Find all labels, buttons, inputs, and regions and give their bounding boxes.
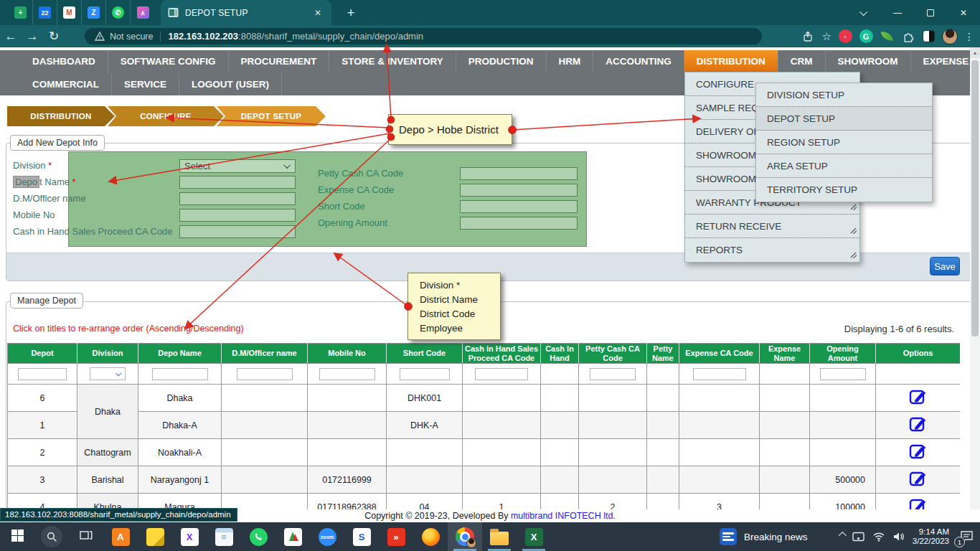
column-header-cash-in-hand-sales-proceed-ca-code[interactable]: Cash in Hand Sales Proceed CA Code: [463, 344, 541, 364]
taskbar-notepad-button[interactable]: ≡: [207, 522, 241, 551]
wireless-display-icon[interactable]: [852, 532, 864, 542]
cell-options[interactable]: [876, 412, 961, 439]
taskbar-zoom-button[interactable]: zoom: [310, 522, 344, 551]
minimize-button[interactable]: —: [881, 0, 914, 25]
tab-close-icon[interactable]: ✕: [311, 6, 324, 19]
breadcrumb-depot-setup[interactable]: DEPOT SETUP: [217, 106, 326, 126]
cell-options[interactable]: [876, 439, 961, 466]
nav-item-showroom[interactable]: SHOWROOM: [826, 50, 911, 73]
column-header-petty-name[interactable]: Petty Name: [647, 344, 679, 364]
edit-icon[interactable]: [908, 415, 928, 433]
taskbar-shapes-app-button[interactable]: [275, 522, 310, 551]
taskbar-whatsapp-button[interactable]: [241, 522, 275, 551]
profile-avatar[interactable]: [942, 29, 958, 44]
taskbar-excel-button[interactable]: X: [517, 522, 551, 551]
nav-item-accounting[interactable]: ACCOUNTING: [593, 50, 684, 73]
page-scrollbar[interactable]: ▲: [970, 47, 980, 509]
active-tab[interactable]: DEPOT SETUP ✕: [161, 0, 331, 25]
filter-input-opening-amount[interactable]: [820, 368, 866, 380]
pinned-tab-calendar[interactable]: 22: [33, 0, 57, 25]
column-header-mobile-no[interactable]: Mobile No: [308, 344, 387, 364]
notification-center-icon[interactable]: 1: [957, 527, 976, 546]
breadcrumb-configure[interactable]: CONFIGURE: [108, 106, 224, 126]
nav-item-commercial[interactable]: COMMERCIAL: [20, 73, 112, 96]
column-header-cash-in-hand[interactable]: Cash In Hand: [541, 344, 579, 364]
share-icon[interactable]: [801, 29, 816, 44]
taskbar-x-app-button[interactable]: X: [172, 522, 207, 551]
nav-item-crm[interactable]: CRM: [778, 50, 826, 73]
breadcrumb-distribution[interactable]: DISTRIBUTION: [7, 106, 115, 126]
cell-options[interactable]: [876, 385, 961, 412]
taskbar-clock[interactable]: 9:14 AM 3/22/2023: [913, 527, 949, 546]
volume-icon[interactable]: [893, 532, 905, 542]
nav-item-software-config[interactable]: SOFTWARE CONFIG: [108, 50, 229, 73]
nav-item-service[interactable]: SERVICE: [112, 73, 179, 96]
pinned-tab-clickup[interactable]: ∧: [131, 0, 155, 25]
save-button[interactable]: Save: [930, 257, 960, 276]
filter-input-depo-name[interactable]: [152, 368, 208, 380]
column-header-expense-ca-code[interactable]: Expense CA Code: [679, 344, 760, 364]
taskbar-search-button[interactable]: [34, 522, 69, 551]
submenu-item-region-setup[interactable]: REGION SETUP: [756, 131, 932, 154]
column-header-depot[interactable]: Depot: [8, 344, 77, 364]
nav-item-dashboard[interactable]: DASHBOARD: [20, 50, 108, 73]
taskbar-task-view-button[interactable]: [69, 522, 103, 551]
close-button[interactable]: ✕: [947, 0, 980, 25]
taskbar-chrome-button[interactable]: [448, 522, 482, 551]
form-input-petty-cash-ca-code[interactable]: [460, 167, 578, 180]
bookmark-star-icon[interactable]: ☆: [822, 30, 831, 43]
menu-item-return-receive[interactable]: RETURN RECEIVE: [685, 215, 859, 238]
column-header-d-m-officer-name[interactable]: D.M/Officer name: [222, 344, 308, 364]
cell-options[interactable]: [876, 494, 961, 510]
filter-input-expense-ca-code[interactable]: [693, 368, 746, 380]
taskbar-red-app-button[interactable]: »: [379, 522, 413, 551]
filter-input-depot[interactable]: [18, 368, 67, 380]
red-extension-icon[interactable]: ◦: [838, 29, 852, 44]
division-select[interactable]: Select: [179, 159, 296, 173]
tray-expand-icon[interactable]: [839, 532, 847, 540]
menu-item-reports[interactable]: REPORTS: [685, 238, 859, 262]
submenu-item-territory-setup[interactable]: TERRITORY SETUP: [756, 178, 932, 202]
nav-item-distribution[interactable]: DISTRIBUTION: [684, 50, 778, 73]
edit-icon[interactable]: [908, 497, 928, 510]
column-header-division[interactable]: Division: [77, 344, 138, 364]
maximize-button[interactable]: [914, 0, 947, 25]
filter-select-division[interactable]: [90, 367, 126, 380]
column-header-short-code[interactable]: Short Code: [387, 344, 463, 364]
taskbar-sticky-notes-button[interactable]: [138, 522, 172, 551]
filter-input-mobile-no[interactable]: [319, 368, 375, 380]
nav-item-procurement[interactable]: PROCUREMENT: [229, 50, 330, 73]
form-input-opening-amount[interactable]: [460, 217, 578, 230]
nav-item-production[interactable]: PRODUCTION: [456, 50, 547, 73]
filter-input-petty-cash-ca-code[interactable]: [590, 368, 636, 380]
address-bar[interactable]: Not secure 182.163.102.203 :8088/sharif_…: [85, 28, 762, 44]
form-input-cash-in-hand-sales-proceed-ca-code[interactable]: [179, 225, 296, 238]
taskbar-s-app-button[interactable]: S: [344, 522, 379, 551]
edit-icon[interactable]: [908, 470, 928, 488]
pinned-tab-gmail[interactable]: M: [57, 0, 82, 25]
pinned-tab-sheets[interactable]: +: [9, 0, 33, 25]
form-input-short-code[interactable]: [460, 200, 578, 213]
pinned-tab-zoom-web[interactable]: Z: [82, 0, 106, 25]
grammarly-icon[interactable]: G: [859, 29, 873, 44]
form-input-d-m-officer-name[interactable]: [179, 192, 296, 205]
pinned-tab-whatsapp-web[interactable]: ✆: [106, 0, 131, 25]
developer-link[interactable]: multibrand INFOTECH ltd.: [511, 511, 616, 521]
filter-input-short-code[interactable]: [400, 368, 450, 380]
taskbar-avro-keyboard-button[interactable]: A: [103, 522, 138, 551]
column-header-depo-name[interactable]: Depo Name: [138, 344, 222, 364]
news-widget[interactable]: Breaking news: [720, 522, 808, 551]
form-input-depot-name[interactable]: [179, 176, 296, 189]
cell-options[interactable]: [876, 466, 961, 494]
dark-reader-icon[interactable]: [921, 29, 936, 44]
edit-icon[interactable]: [908, 388, 928, 406]
column-header-expense-name[interactable]: Expense Name: [760, 344, 810, 364]
nav-item-hrm[interactable]: HRM: [547, 50, 594, 73]
form-input-expense-ca-code[interactable]: [460, 184, 578, 197]
extensions-puzzle-icon[interactable]: [900, 29, 915, 44]
reload-icon[interactable]: ↻: [43, 29, 65, 44]
scrollbar-up-icon[interactable]: ▲: [970, 47, 980, 58]
nav-item-logout-user[interactable]: LOGOUT (USER): [179, 73, 282, 96]
taskbar-file-explorer-button[interactable]: [482, 522, 517, 551]
forward-icon[interactable]: →: [22, 29, 43, 44]
